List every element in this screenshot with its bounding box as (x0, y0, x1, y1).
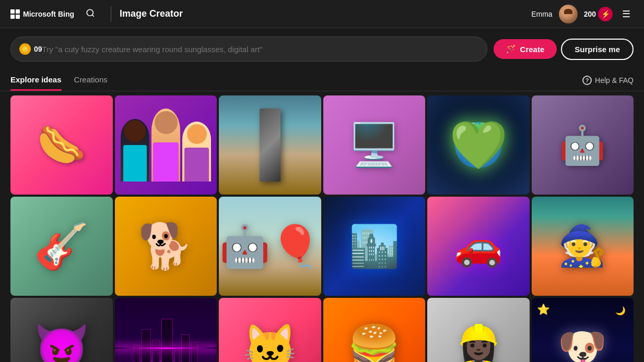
grid-item-shiba[interactable]: 🐕 (115, 197, 217, 296)
surprise-label: Surprise me (575, 45, 620, 54)
avatar[interactable] (559, 5, 578, 23)
grid-item-guitar[interactable]: 🎸 (10, 197, 113, 296)
tab-explore[interactable]: Explore ideas (10, 70, 62, 91)
surprise-button[interactable]: Surprise me (561, 39, 634, 60)
grid-item-neon-city[interactable] (115, 298, 217, 362)
grid-item-pixel-dog[interactable]: 🐶 ⭐ 🌙 (532, 298, 634, 362)
svg-line-1 (92, 15, 93, 16)
tab-creations-label: Creations (74, 75, 108, 84)
grid-item-burger[interactable]: 🍔 (323, 298, 426, 362)
help-label: Help & FAQ (595, 76, 634, 85)
grid-item-robot-balloon[interactable]: 🤖🎈 (219, 197, 321, 296)
wand-icon: 🪄 (506, 44, 516, 54)
search-coins: 🪙 09 (19, 43, 42, 55)
boost-icon[interactable]: ⚡ (598, 7, 613, 21)
search-input[interactable] (42, 45, 478, 54)
coins-count: 200 (584, 10, 596, 18)
grid-item-masked-villain[interactable]: 😈 (10, 298, 113, 362)
bing-grid-icon (10, 9, 20, 19)
grid-item-girls[interactable] (115, 95, 217, 195)
svg-point-0 (87, 9, 93, 16)
coins-badge: 200 ⚡ (584, 7, 613, 21)
coin-icon: 🪙 (19, 43, 31, 55)
create-label: Create (520, 45, 545, 54)
image-grid: 🌭 🖥️ � (0, 91, 644, 362)
user-name: Emma (531, 10, 552, 18)
help-icon: ? (582, 76, 592, 85)
grid-item-hotdog[interactable]: 🌭 (10, 95, 113, 195)
menu-button[interactable]: ☰ (619, 5, 634, 23)
create-button[interactable]: 🪄 Create (494, 39, 557, 59)
grid-item-earth-heart[interactable]: 🌍 💚 (427, 95, 530, 195)
grid-item-city[interactable]: 🏙️ (323, 197, 426, 296)
grid-item-worker[interactable]: 👷🏿‍♀️ (427, 298, 530, 362)
grid-item-robot-dj[interactable]: 🤖 (532, 95, 634, 195)
grid-item-computer[interactable]: 🖥️ (323, 95, 426, 195)
header: Microsoft Bing Image Creator Emma 200 ⚡ … (0, 0, 644, 28)
search-button[interactable] (83, 5, 98, 22)
help-faq[interactable]: ? Help & FAQ (582, 76, 634, 85)
bing-logo[interactable]: Microsoft Bing (10, 9, 74, 19)
grid-item-lucky-cat[interactable]: 🐱 (219, 298, 321, 362)
bing-label: Microsoft Bing (23, 10, 74, 18)
page-title: Image Creator (120, 8, 531, 19)
coin-balance: 09 (34, 45, 42, 53)
search-area: 🪙 09 🪄 Create Surprise me (0, 28, 644, 70)
search-bar: 🪙 09 (10, 37, 487, 62)
header-right: Emma 200 ⚡ ☰ (531, 5, 634, 23)
tab-explore-label: Explore ideas (10, 75, 62, 84)
grid-item-monolith[interactable] (219, 95, 321, 195)
grid-item-desert-figure[interactable]: 🧙 (532, 197, 634, 296)
tab-creations[interactable]: Creations (74, 70, 108, 91)
bing-logo-area: Microsoft Bing (10, 9, 74, 19)
header-divider (111, 6, 111, 22)
tabs-bar: Explore ideas Creations ? Help & FAQ (0, 70, 644, 91)
grid-item-delorean[interactable]: 🚗 (427, 197, 530, 296)
